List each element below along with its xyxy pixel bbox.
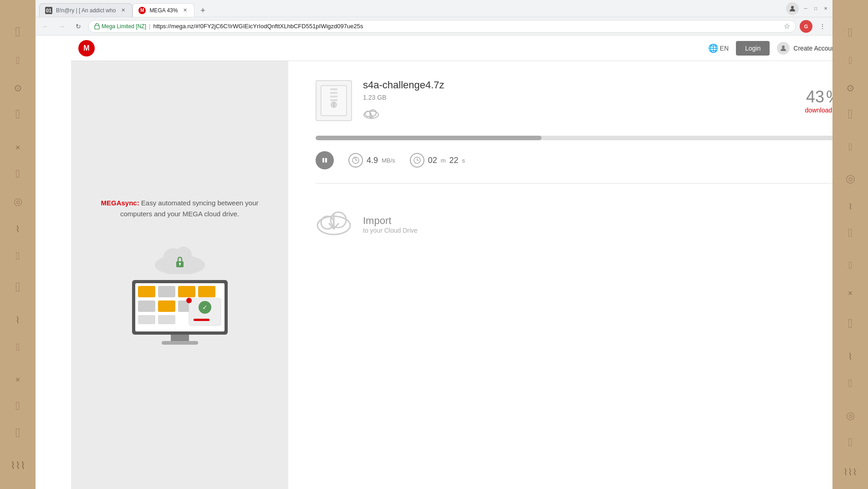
svg-text:𓆑: 𓆑 [15,167,20,180]
browser-window: 01 B!n@ry | [ An addict who ✕ M MEGA 43%… [36,0,832,489]
close-button[interactable]: ✕ [822,5,829,12]
time-minutes: 02 [428,156,437,165]
svg-rect-73 [322,158,324,163]
url-bar[interactable]: Mega Limited [NZ] | https://mega.nz/#!0F… [88,20,796,33]
create-account-icon [777,42,790,55]
megasync-illustration: ✓ [130,238,230,352]
svg-text:◎: ◎ [14,196,22,207]
svg-text:⌇⌇⌇: ⌇⌇⌇ [843,467,857,477]
progress-bar-fill [316,136,541,140]
zip-file-svg [320,85,347,117]
forward-button[interactable]: → [56,20,68,33]
svg-text:𓆑: 𓆑 [848,141,852,153]
progress-bar-background [316,136,832,140]
mega-logo[interactable]: M [78,40,95,56]
svg-rect-61 [162,341,198,345]
speed-info: 4.9 MB/s [348,153,395,168]
svg-text:×: × [848,289,853,298]
monitor-illustration: ✓ [130,278,230,352]
svg-rect-48 [198,286,215,297]
speed-icon-circle [348,153,363,168]
svg-text:𓂀: 𓂀 [848,55,852,66]
tab1-title: B!n@ry | [ An addict who [56,7,116,14]
svg-text:◎: ◎ [846,172,855,184]
percent-value: 43 [806,87,824,107]
monitor-svg: ✓ [130,278,230,351]
svg-rect-49 [138,301,155,312]
file-size: 1.23 GB [363,94,794,101]
svg-text:⌇⌇⌇: ⌇⌇⌇ [10,460,26,471]
svg-point-34 [791,6,794,9]
megasync-desc-text: Easy automated syncing between your comp… [120,199,258,218]
svg-rect-35 [95,25,99,29]
svg-rect-53 [138,315,155,324]
svg-text:⌇: ⌇ [848,351,853,362]
svg-text:⌇: ⌇ [15,315,20,325]
speed-value: 4.9 [367,156,378,165]
svg-text:⊙: ⊙ [847,83,854,93]
file-icon [316,80,352,121]
browser-tab-1[interactable]: 01 B!n@ry | [ An addict who ✕ [39,3,133,17]
time-seconds: 22 [449,156,459,165]
pause-button[interactable] [316,151,334,169]
time-info: 02 m 22 s [410,153,465,168]
svg-rect-42 [179,264,180,265]
minimize-button[interactable]: ─ [802,5,809,12]
svg-text:✓: ✓ [202,304,208,311]
right-panel: s4a-challenge4.7z 1.23 GB [288,61,832,489]
login-button[interactable]: Login [736,41,770,56]
svg-text:×: × [15,375,20,384]
language-selector[interactable]: 🌐 EN [708,43,729,53]
svg-text:𓃒: 𓃒 [16,55,20,66]
svg-rect-47 [178,286,195,297]
svg-text:𓅿: 𓅿 [15,280,20,294]
file-name: s4a-challenge4.7z [363,79,794,91]
tab1-close-button[interactable]: ✕ [119,7,127,14]
chrome-profile-icon[interactable] [786,2,799,15]
percent-symbol: % [826,87,832,107]
svg-text:𓅓: 𓅓 [848,107,853,121]
import-section[interactable]: Import to your Cloud Drive [316,197,832,252]
tab1-favicon: 01 [45,7,52,14]
page-body: MEGAsync: Easy automated syncing between… [71,61,832,489]
create-account-button[interactable]: Create Account [777,42,832,55]
import-title: Import [363,215,418,227]
svg-text:𓀀: 𓀀 [15,399,20,413]
progress-container [316,136,832,140]
language-label: EN [720,45,729,52]
main-content: M 🌐 EN Login Create Account [36,36,832,489]
tab2-title: MEGA 43% [149,7,178,14]
new-tab-button[interactable]: + [196,4,209,17]
svg-text:𓄿: 𓄿 [16,341,20,353]
megasync-description: MEGAsync: Easy automated syncing between… [89,198,270,219]
back-button[interactable]: ← [39,20,52,33]
window-controls: ─ □ ✕ [786,2,829,15]
svg-text:𓌀: 𓌀 [848,435,853,449]
tab2-close-button[interactable]: ✕ [181,7,189,14]
file-details: s4a-challenge4.7z 1.23 GB [363,79,794,122]
svg-text:⊙: ⊙ [14,83,22,93]
section-divider [316,183,832,183]
bookmark-star[interactable]: ☆ [784,22,790,31]
cloud-svg [153,238,207,274]
tab-bar: 01 B!n@ry | [ An addict who ✕ M MEGA 43%… [39,0,782,17]
refresh-button[interactable]: ↻ [72,20,85,33]
chrome-menu-button[interactable]: ⋮ [816,20,829,33]
svg-rect-50 [158,301,175,312]
svg-text:𓄿: 𓄿 [848,260,852,271]
mega-header: M 🌐 EN Login Create Account [71,36,832,61]
svg-rect-63 [330,88,337,90]
svg-rect-58 [194,319,209,321]
speed-unit: MB/s [382,157,395,164]
file-info-row: s4a-challenge4.7z 1.23 GB [316,79,832,122]
import-subtitle: to your Cloud Drive [363,227,418,234]
maximize-button[interactable]: □ [812,5,819,12]
browser-tab-2[interactable]: M MEGA 43% ✕ [133,3,194,17]
svg-text:⌇: ⌇ [848,202,853,211]
svg-text:𓌀: 𓌀 [15,426,20,440]
download-cloud-icon [363,107,794,122]
left-panel: MEGAsync: Easy automated syncing between… [71,61,288,489]
chrome-account-icon[interactable]: G [800,20,812,33]
svg-text:𓀁: 𓀁 [848,226,853,239]
svg-text:𓂀: 𓂀 [15,24,20,39]
